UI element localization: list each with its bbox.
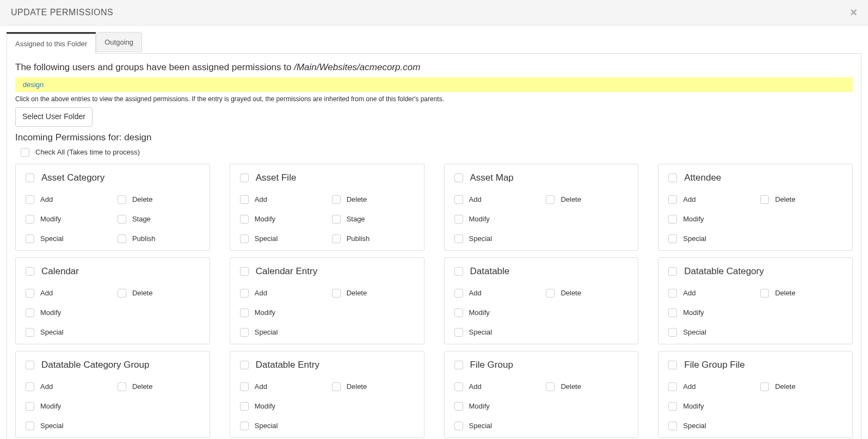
permission-action-checkbox[interactable] [332, 195, 341, 204]
permission-action-checkbox[interactable] [118, 234, 126, 243]
permission-action-add: Add [23, 194, 110, 206]
permission-action-checkbox[interactable] [118, 195, 126, 204]
permission-action-checkbox[interactable] [26, 195, 34, 204]
permission-action-checkbox[interactable] [26, 289, 34, 298]
tab-assigned-to-this-folder[interactable]: Assigned to this Folder [7, 34, 96, 54]
permission-action-checkbox[interactable] [26, 382, 34, 391]
permission-action-checkbox[interactable] [240, 422, 249, 430]
permission-card-checkbox[interactable] [668, 361, 677, 369]
permission-card-title: Asset Category [41, 172, 104, 183]
permission-action-special: Special [238, 233, 324, 245]
permission-action-checkbox[interactable] [546, 382, 555, 391]
permission-card-checkbox[interactable] [240, 174, 249, 182]
intro-path: /Main/Websites/acmecorp.com [294, 62, 420, 72]
permission-action-modify: Modify [666, 307, 753, 319]
permission-action-checkbox[interactable] [454, 422, 463, 430]
permission-action-checkbox[interactable] [760, 289, 769, 298]
permission-card-checkbox[interactable] [668, 267, 677, 276]
incoming-heading-principal: design [124, 132, 151, 143]
permission-action-special: Special [452, 420, 539, 432]
permission-action-checkbox[interactable] [454, 308, 463, 317]
permission-action-checkbox[interactable] [332, 234, 341, 243]
permission-card-title: File Group File [684, 360, 744, 370]
permission-action-label: Publish [347, 234, 370, 243]
permission-card-title: Asset File [256, 172, 297, 183]
permission-card-checkbox[interactable] [454, 174, 463, 182]
permission-action-checkbox[interactable] [760, 195, 769, 204]
permission-action-checkbox[interactable] [668, 402, 677, 411]
permission-action-checkbox[interactable] [26, 308, 34, 317]
close-icon[interactable]: × [850, 7, 857, 18]
permission-action-checkbox[interactable] [332, 289, 341, 298]
permission-action-checkbox[interactable] [668, 195, 677, 204]
permission-action-checkbox[interactable] [118, 382, 126, 391]
permission-action-checkbox[interactable] [454, 195, 463, 204]
permission-grid: Asset CategoryAddDeleteModifyStageSpecia… [15, 164, 853, 438]
select-user-folder-button[interactable]: Select User Folder [15, 107, 93, 127]
permission-card-checkbox[interactable] [26, 174, 34, 182]
permission-card-title-row: Datatable [452, 265, 631, 277]
permission-action-checkbox[interactable] [26, 328, 34, 337]
permission-action-checkbox[interactable] [240, 289, 249, 298]
permission-card-checkbox[interactable] [26, 267, 34, 276]
permission-card-title: Datatable Entry [256, 360, 319, 370]
intro-line: The following users and groups have been… [15, 62, 853, 73]
permission-action-checkbox[interactable] [118, 215, 126, 224]
permission-action-checkbox[interactable] [454, 402, 463, 411]
permission-action-checkbox[interactable] [454, 234, 463, 243]
permission-action-checkbox[interactable] [240, 195, 249, 204]
permission-card-checkbox[interactable] [454, 361, 463, 369]
principal-link[interactable]: design [23, 81, 44, 89]
permission-action-checkbox[interactable] [668, 308, 677, 317]
permission-action-checkbox[interactable] [26, 234, 34, 243]
permission-action-checkbox[interactable] [668, 328, 677, 337]
permission-action-label: Special [40, 328, 64, 336]
permission-action-label: Modify [683, 308, 704, 317]
permission-action-label: Special [255, 234, 278, 243]
permission-action-checkbox[interactable] [26, 215, 34, 224]
permission-action-add: Add [666, 287, 753, 299]
permission-action-label: Modify [40, 308, 61, 317]
permission-action-checkbox[interactable] [546, 195, 555, 204]
permission-card: Calendar EntryAddDeleteModifySpecial [230, 257, 424, 344]
permission-action-checkbox[interactable] [668, 234, 677, 243]
permission-action-checkbox[interactable] [332, 215, 341, 224]
permission-action-checkbox[interactable] [668, 382, 677, 391]
permission-action-checkbox[interactable] [240, 402, 249, 411]
permission-action-checkbox[interactable] [26, 402, 34, 411]
permission-card-checkbox[interactable] [240, 361, 249, 369]
permission-card-checkbox[interactable] [240, 267, 249, 276]
permission-action-checkbox[interactable] [760, 382, 769, 391]
permission-action-checkbox[interactable] [546, 289, 555, 298]
permission-card-checkbox[interactable] [454, 267, 463, 276]
permission-action-delete: Delete [115, 194, 202, 206]
permission-action-checkbox[interactable] [240, 308, 249, 317]
permission-action-checkbox[interactable] [668, 215, 677, 224]
permission-action-delete: Delete [544, 381, 630, 393]
permission-action-checkbox[interactable] [454, 289, 463, 298]
permission-action-checkbox[interactable] [668, 289, 677, 298]
permission-action-checkbox[interactable] [240, 215, 249, 224]
permission-action-checkbox[interactable] [454, 328, 463, 337]
permission-action-checkbox[interactable] [26, 422, 34, 430]
permission-card-checkbox[interactable] [668, 174, 677, 182]
permission-action-checkbox[interactable] [668, 422, 677, 430]
permission-card-checkbox[interactable] [26, 361, 34, 369]
check-all-checkbox[interactable] [21, 148, 29, 157]
permission-action-checkbox[interactable] [454, 382, 463, 391]
check-all-row: Check All (Takes time to process) [15, 145, 853, 164]
permission-action-modify: Modify [452, 400, 539, 412]
permission-action-checkbox[interactable] [240, 234, 249, 243]
permission-action-special: Special [666, 420, 753, 432]
permission-action-label: Modify [469, 215, 490, 223]
tab-pane-assigned: The following users and groups have been… [7, 54, 861, 439]
permission-action-special: Special [238, 420, 324, 432]
permission-action-checkbox[interactable] [240, 382, 249, 391]
permission-action-checkbox[interactable] [240, 328, 249, 337]
tab-outgoing[interactable]: Outgoing [96, 32, 142, 52]
permission-action-checkbox[interactable] [454, 215, 463, 224]
permission-action-checkbox[interactable] [118, 289, 126, 298]
permission-action-stage: Stage [330, 213, 416, 225]
permission-action-checkbox[interactable] [332, 382, 341, 391]
permission-action-label: Delete [347, 289, 367, 297]
